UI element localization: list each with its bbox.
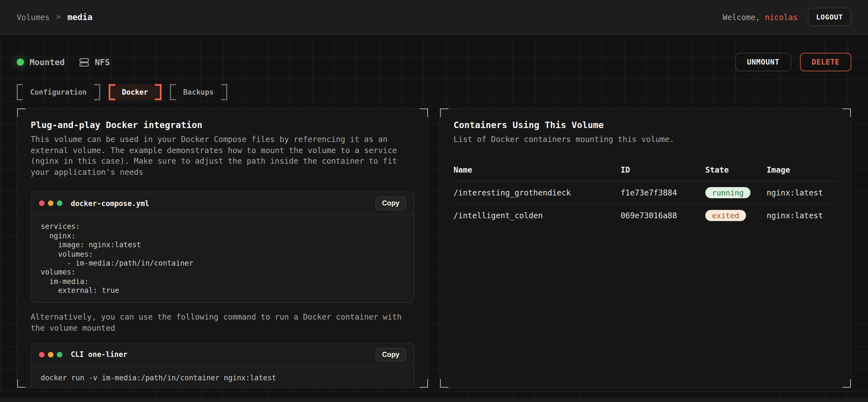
table-body: /interesting_grothendieck f1e73e7f3884 r… (454, 181, 837, 226)
cli-code-block: CLI one-liner Copy docker run -v im-medi… (31, 343, 414, 388)
username: nicolas (765, 12, 798, 22)
table-row: /interesting_grothendieck f1e73e7f3884 r… (454, 181, 837, 204)
breadcrumb: Volumes > media (17, 12, 92, 22)
corner-bracket-icon (842, 379, 851, 388)
containers-panel: Containers Using This Volume List of Doc… (440, 108, 851, 388)
containers-panel-title: Containers Using This Volume (454, 120, 837, 130)
corner-bracket-icon (440, 108, 448, 117)
tab-configuration[interactable]: Configuration (17, 84, 100, 100)
corner-bracket-icon (842, 108, 851, 117)
container-id: 069e73016a88 (621, 205, 705, 225)
unmount-button[interactable]: UNMOUNT (735, 53, 791, 71)
container-name: /intelligent_colden (454, 205, 621, 225)
status-badge: running (705, 187, 750, 198)
container-image: nginx:latest (767, 205, 837, 225)
corner-bracket-icon (17, 379, 26, 388)
red-dot-icon (39, 351, 44, 357)
corner-bracket-icon (420, 108, 428, 117)
red-dot-icon (39, 201, 44, 206)
table-row: /intelligent_colden 069e73016a88 exited … (454, 204, 837, 226)
volume-actions: UNMOUNT DELETE (735, 53, 851, 71)
logout-button[interactable]: LOGOUT (808, 8, 851, 26)
mounted-status-label: Mounted (30, 57, 65, 67)
cli-code-header: CLI one-liner Copy (31, 343, 414, 366)
corner-bracket-icon (420, 379, 428, 388)
column-header-state: State (705, 165, 767, 181)
welcome-prefix: Welcome, (722, 12, 765, 22)
status-badge: exited (705, 210, 746, 221)
compose-copy-button[interactable]: Copy (375, 197, 406, 210)
green-dot-icon (57, 201, 62, 206)
compose-code-block: docker-compose.yml Copy services: nginx:… (31, 192, 414, 303)
cli-copy-button[interactable]: Copy (375, 348, 406, 361)
docker-panel-title: Plug-and-play Docker integration (31, 120, 414, 130)
green-dot-icon (57, 351, 62, 357)
breadcrumb-chevron-icon: > (56, 13, 61, 21)
traffic-light-icons (39, 351, 62, 357)
status-row: Mounted NFS UNMOUNT DELET (17, 35, 851, 71)
bottom-strip (0, 398, 868, 402)
yellow-dot-icon (48, 351, 54, 357)
top-bar-right: Welcome, nicolas LOGOUT (722, 8, 851, 26)
page: Volumes > media Welcome, nicolas LOGOUT … (0, 0, 868, 402)
breadcrumb-volumes-link[interactable]: Volumes (17, 12, 50, 22)
corner-bracket-icon (17, 108, 26, 117)
table-header-row: Name ID State Image (454, 165, 837, 181)
yellow-dot-icon (48, 201, 54, 206)
welcome-text: Welcome, nicolas (722, 12, 798, 22)
column-header-name: Name (454, 165, 621, 181)
tab-docker[interactable]: Docker (108, 84, 161, 100)
compose-code-content: services: nginx: image: nginx:latest vol… (31, 215, 414, 303)
docker-integration-panel: Plug-and-play Docker integration This vo… (17, 108, 428, 388)
tab-backups[interactable]: Backups (169, 84, 227, 100)
container-id: f1e73e7f3884 (621, 182, 705, 202)
server-icon (79, 57, 89, 67)
traffic-light-icons (39, 201, 62, 206)
container-state: running (705, 181, 767, 203)
container-image: nginx:latest (767, 182, 837, 202)
panels: Plug-and-play Docker integration This vo… (17, 108, 851, 388)
container-state: exited (705, 204, 767, 226)
compose-filename: docker-compose.yml (71, 199, 149, 208)
cli-intro-text: Alternatively, you can use the following… (31, 312, 414, 334)
delete-button[interactable]: DELETE (800, 53, 851, 71)
containers-table: Name ID State Image /interesting_grothen… (454, 165, 837, 226)
column-header-id: ID (621, 165, 705, 181)
filesystem-type-label: NFS (95, 57, 110, 67)
mounted-status-dot-icon (17, 59, 24, 66)
cli-filename: CLI one-liner (71, 350, 128, 359)
column-header-image: Image (767, 165, 837, 181)
volume-status-group: Mounted NFS (17, 57, 110, 67)
mounted-status: Mounted (17, 57, 65, 67)
containers-panel-subtitle: List of Docker containers mounting this … (454, 134, 837, 145)
corner-bracket-icon (440, 379, 448, 388)
compose-code-header: docker-compose.yml Copy (31, 192, 414, 215)
breadcrumb-current-volume: media (67, 12, 92, 22)
top-bar: Volumes > media Welcome, nicolas LOGOUT (0, 0, 868, 35)
container-name: /interesting_grothendieck (454, 182, 621, 202)
filesystem-type: NFS (79, 57, 110, 67)
docker-panel-description: This volume can be used in your Docker C… (31, 134, 414, 178)
tab-bar: Configuration Docker Backups (17, 84, 851, 100)
main-content: Mounted NFS UNMOUNT DELET (0, 35, 868, 398)
cli-code-content: docker run -v im-media:/path/in/containe… (31, 366, 414, 388)
